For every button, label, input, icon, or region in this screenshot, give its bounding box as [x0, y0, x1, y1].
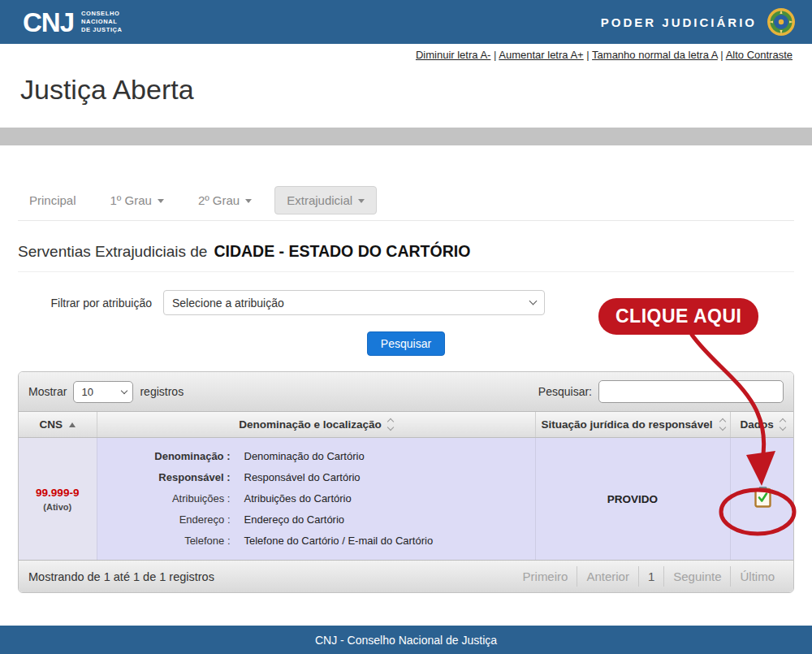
poder-judiciario-label: PODER JUDICIÁRIO — [601, 15, 757, 29]
nav-item-extrajudicial[interactable]: Extrajudicial — [274, 186, 377, 214]
high-contrast-link[interactable]: Alto Contraste — [726, 49, 793, 61]
table-search-control: Pesquisar: — [538, 380, 784, 403]
table-row: 99.999-9 (Ativo) Denominação :Denominaçã… — [19, 438, 794, 561]
top-header-bar: CNJ CONSELHO NACIONAL DE JUSTIÇA PODER J… — [0, 0, 812, 44]
section-title: Serventias Extrajudiciais deCIDADE - EST… — [18, 242, 794, 272]
gray-divider-bar — [0, 128, 812, 145]
increase-font-link[interactable]: Aumentar letra A+ — [499, 49, 583, 61]
detail-telefone: Telefone :Telefone do Cartório / E-mail … — [102, 531, 530, 552]
column-header-denominacao[interactable]: Denominação e localização — [97, 412, 535, 438]
accessibility-links-bar: Diminuir letra A- Aumentar letra A+ Tama… — [0, 44, 812, 63]
show-label: Mostrar — [28, 385, 67, 398]
nav-item-2-grau[interactable]: 2º Grau — [187, 187, 263, 214]
cnj-logo-acronym: CNJ — [23, 9, 74, 36]
registros-label: registros — [140, 385, 184, 398]
nav-item-1-grau[interactable]: 1º Grau — [99, 187, 175, 214]
attribution-select-wrap: Selecione a atribuição — [163, 290, 545, 315]
table-search-input[interactable] — [598, 380, 784, 403]
nav-divider — [18, 220, 794, 221]
detail-atribuicoes: Atribuições :Atribuições do Cartório — [102, 488, 530, 509]
attribution-select[interactable]: Selecione a atribuição — [163, 290, 545, 315]
brand-right: PODER JUDICIÁRIO — [601, 7, 796, 37]
datatable-footer: Mostrando de 1 até 1 de 1 registros Prim… — [19, 560, 793, 592]
clipboard-check-icon[interactable] — [754, 487, 771, 511]
clique-aqui-badge: CLIQUE AQUI — [598, 298, 758, 335]
cns-cell: 99.999-9 (Ativo) — [19, 438, 97, 561]
datatable-toolbar: Mostrar 10 registros Pesquisar: — [19, 372, 793, 412]
sort-icon — [780, 419, 785, 430]
detail-endereco: Endereço :Endereço do Cartório — [102, 509, 530, 531]
page-title: Justiça Aberta — [20, 74, 812, 106]
filter-label: Filtrar por atribuição — [18, 297, 152, 310]
nav-item-principal[interactable]: Principal — [18, 187, 88, 214]
page-length-control: Mostrar 10 registros — [28, 381, 184, 403]
table-header-row: CNS Denominação e localização Situação j… — [19, 412, 794, 438]
situacao-cell: PROVIDO — [535, 438, 730, 561]
detail-denominacao: Denominação :Denominação do Cartório — [102, 446, 530, 467]
pagination-last[interactable]: Último — [730, 566, 784, 587]
pagination: Primeiro Anterior 1 Seguinte Último — [514, 566, 784, 587]
dados-cell — [730, 438, 794, 561]
column-header-dados[interactable]: Dados — [730, 412, 794, 438]
table-summary: Mostrando de 1 até 1 de 1 registros — [28, 570, 214, 583]
main-content: Principal 1º Grau 2º Grau Extrajudicial … — [0, 186, 812, 593]
caret-down-icon — [245, 199, 252, 203]
sort-icon — [388, 419, 393, 430]
page: CNJ CONSELHO NACIONAL DE JUSTIÇA PODER J… — [0, 0, 812, 654]
cnj-logo[interactable]: CNJ CONSELHO NACIONAL DE JUSTIÇA — [23, 9, 123, 36]
sort-icon — [720, 419, 725, 430]
pagination-previous[interactable]: Anterior — [577, 566, 638, 587]
section-title-location: CIDADE - ESTADO DO CARTÓRIO — [214, 242, 470, 260]
sort-asc-icon — [69, 422, 76, 427]
denominacao-cell: Denominação :Denominação do Cartório Res… — [97, 438, 535, 561]
search-button-row: Pesquisar — [18, 331, 794, 356]
page-footer: CNJ - Conselho Nacional de Justiça — [0, 626, 812, 654]
datatable-widget: Mostrar 10 registros Pesquisar: — [18, 371, 794, 593]
page-length-select[interactable]: 10 — [73, 381, 133, 403]
caret-down-icon — [358, 199, 365, 203]
cns-number: 99.999-9 — [24, 487, 92, 499]
pagination-page-1[interactable]: 1 — [638, 566, 663, 587]
normal-font-link[interactable]: Tamanho normal da letra A — [592, 49, 718, 61]
decrease-font-link[interactable]: Diminuir letra A- — [416, 49, 490, 61]
coat-of-arms-emblem — [767, 7, 796, 37]
column-header-situacao[interactable]: Situação jurídica do responsável — [535, 412, 730, 438]
detail-responsavel: Responsável :Responsável do Cartório — [102, 467, 530, 488]
caret-down-icon — [158, 199, 164, 203]
table-search-label: Pesquisar: — [538, 385, 592, 398]
cns-status: (Ativo) — [24, 502, 92, 512]
search-button[interactable]: Pesquisar — [367, 331, 445, 356]
pagination-next[interactable]: Seguinte — [663, 566, 730, 587]
main-nav: Principal 1º Grau 2º Grau Extrajudicial — [18, 186, 794, 214]
serventias-table: CNS Denominação e localização Situação j… — [19, 412, 794, 560]
pagination-first[interactable]: Primeiro — [514, 566, 577, 587]
cnj-logo-text: CONSELHO NACIONAL DE JUSTIÇA — [81, 10, 123, 34]
column-header-cns[interactable]: CNS — [19, 412, 97, 438]
